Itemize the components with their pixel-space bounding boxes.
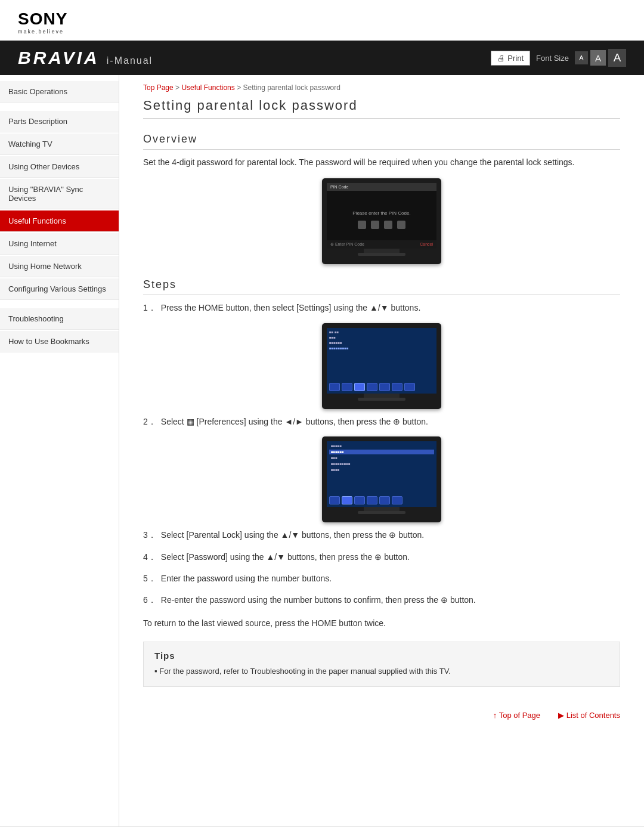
bravia-header: BRAVIA i-Manual 🖨 Print Font Size A A A	[0, 41, 644, 75]
print-label: Print	[507, 54, 524, 63]
step-4-num: 4．	[143, 550, 156, 563]
step-4: 4． Select [Password] using the ▲/▼ butto…	[143, 550, 620, 563]
tv-base-2	[358, 398, 405, 401]
page-title: Setting parental lock password	[143, 98, 620, 119]
font-small-button[interactable]: A	[575, 51, 588, 64]
steps-title: Steps	[143, 278, 620, 295]
sony-header: SONY make.believe	[0, 0, 644, 41]
step-3: 3． Select [Parental Lock] using the ▲/▼ …	[143, 528, 620, 541]
sidebar-item-other-devices[interactable]: Using Other Devices	[0, 156, 119, 178]
tips-content: For the password, refer to Troubleshooti…	[154, 665, 609, 678]
return-note: To return to the last viewed source, pre…	[143, 617, 620, 630]
sidebar-item-bravia-sync[interactable]: Using "BRAVIA" Sync Devices	[0, 179, 119, 209]
breadcrumb-current: Setting parental lock password	[243, 83, 340, 92]
step-5-text: Enter the password using the number butt…	[161, 572, 332, 585]
sidebar-item-useful-functions[interactable]: Useful Functions	[0, 210, 119, 232]
sidebar-item-watching[interactable]: Watching TV	[0, 134, 119, 155]
prefs-screen-tv-image: ■■■■■ ■■■■■■ ■■■ ■■■■■■■■■ ■■■■	[322, 436, 441, 522]
step-1-num: 1．	[143, 301, 156, 314]
step-6: 6． Re-enter the password using the numbe…	[143, 593, 620, 606]
overview-text: Set the 4-digit password for parental lo…	[143, 156, 620, 169]
sony-logo: SONY	[18, 11, 626, 27]
sidebar-item-bookmarks[interactable]: How to Use Bookmarks	[0, 331, 119, 352]
step-6-num: 6．	[143, 593, 156, 606]
sidebar-item-using-internet[interactable]: Using Internet	[0, 233, 119, 255]
pin-screen-tv-image: PIN Code Please enter the PIN Code.	[322, 178, 441, 264]
settings-screen-tv-image: ■■ ■■ ■■■ ■■■■■■ ■■■■■■■■■	[322, 323, 441, 409]
tips-title: Tips	[154, 651, 609, 661]
screen-footer: ⊕ Enter PIN Code Cancel	[327, 240, 436, 249]
step-5-num: 5．	[143, 572, 156, 585]
tv-leg-2	[364, 394, 400, 398]
breadcrumb: Top Page > Useful Functions > Setting pa…	[143, 75, 620, 98]
font-medium-button[interactable]: A	[590, 50, 606, 66]
step-2-text: Select ▦ [Preferences] using the ◄/► but…	[161, 415, 428, 428]
list-of-contents-link[interactable]: ▶ List of Contents	[558, 711, 620, 720]
font-large-button[interactable]: A	[608, 49, 626, 67]
page-footer: © 2013 Sony Corporation 96 ▶ List of Con…	[0, 826, 644, 833]
bravia-controls: 🖨 Print Font Size A A A	[491, 49, 626, 67]
sony-tagline: make.believe	[18, 29, 626, 35]
step-2-num: 2．	[143, 415, 156, 428]
prefs-screen-content: ■■■■■ ■■■■■■ ■■■ ■■■■■■■■■ ■■■■	[327, 441, 436, 507]
pin-prompt-text: Please enter the PIN Code.	[352, 210, 410, 216]
tv-leg	[364, 249, 400, 253]
pin-dots	[358, 221, 405, 229]
sidebar-item-home-network[interactable]: Using Home Network	[0, 256, 119, 277]
sidebar-item-parts-description[interactable]: Parts Description	[0, 111, 119, 132]
print-button[interactable]: 🖨 Print	[491, 51, 530, 66]
sidebar-item-troubleshooting[interactable]: Troubleshooting	[0, 308, 119, 330]
print-icon: 🖨	[497, 54, 505, 63]
step-1: 1． Press the HOME button, then select [S…	[143, 301, 620, 314]
screen-title-bar: PIN Code	[327, 183, 436, 191]
content-footer: ↑ Top of Page ▶ List of Contents	[143, 699, 620, 726]
tips-box: Tips For the password, refer to Troubles…	[143, 642, 620, 687]
bravia-title-area: BRAVIA i-Manual	[18, 48, 153, 68]
tv-base-3	[358, 511, 405, 514]
tv-base	[358, 253, 405, 256]
step-3-num: 3．	[143, 528, 156, 541]
content-area: Top Page > Useful Functions > Setting pa…	[119, 75, 644, 826]
settings-screen-content: ■■ ■■ ■■■ ■■■■■■ ■■■■■■■■■	[327, 328, 436, 394]
font-size-controls: A A A	[575, 49, 626, 67]
step-3-text: Select [Parental Lock] using the ▲/▼ but…	[161, 528, 424, 541]
step-6-text: Re-enter the password using the number b…	[161, 593, 476, 606]
tv-leg-3	[364, 507, 400, 511]
breadcrumb-top-page[interactable]: Top Page	[143, 83, 174, 92]
main-wrapper: Basic Operations Parts Description Watch…	[0, 75, 644, 826]
bravia-logo: BRAVIA	[18, 48, 100, 68]
overview-title: Overview	[143, 133, 620, 150]
sidebar-item-configuring[interactable]: Configuring Various Settings	[0, 278, 119, 300]
top-of-page-link[interactable]: ↑ Top of Page	[493, 711, 540, 720]
step-4-text: Select [Password] using the ▲/▼ buttons,…	[161, 550, 410, 563]
step-1-text: Press the HOME button, then select [Sett…	[161, 301, 421, 314]
sidebar: Basic Operations Parts Description Watch…	[0, 75, 119, 826]
sidebar-item-basic-operations[interactable]: Basic Operations	[0, 81, 119, 103]
bravia-manual-label: i-Manual	[107, 55, 153, 66]
step-5: 5． Enter the password using the number b…	[143, 572, 620, 585]
step-2: 2． Select ▦ [Preferences] using the ◄/► …	[143, 415, 620, 428]
breadcrumb-useful-functions[interactable]: Useful Functions	[181, 83, 234, 92]
font-size-label: Font Size	[536, 54, 569, 63]
